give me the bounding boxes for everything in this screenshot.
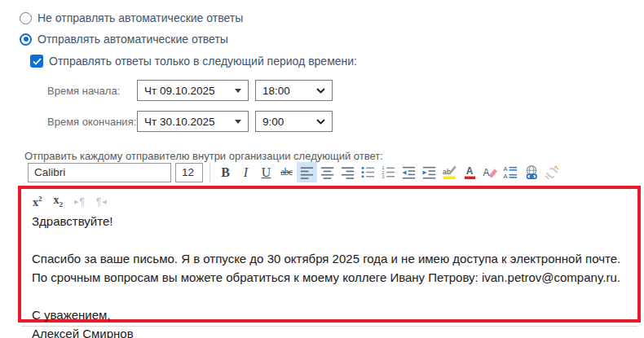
radio-no-auto-reply[interactable]: Не отправлять автоматические ответы <box>20 11 243 24</box>
font-size-input[interactable] <box>175 163 203 182</box>
reply-section-label: Отправить каждому отправителю внутри орг… <box>24 150 383 162</box>
subscript-button[interactable]: x2 <box>54 195 64 209</box>
end-date-value: Чт 30.10.2025 <box>144 116 215 128</box>
start-time-value: 18:00 <box>262 85 290 97</box>
highlight-icon: ab <box>442 165 457 180</box>
underline-button[interactable]: U <box>256 162 276 182</box>
start-date-dropdown[interactable]: Чт 09.10.2025 <box>137 80 249 101</box>
message-greeting: Здравствуйте! <box>32 212 627 230</box>
dropdown-arrow-icon <box>235 89 241 93</box>
align-right-icon <box>340 165 355 180</box>
chevron-down-icon <box>316 88 325 94</box>
textarea-shadow-line <box>21 326 638 327</box>
checkbox-checked-icon[interactable] <box>30 55 43 68</box>
font-color-button[interactable]: A <box>460 162 480 182</box>
decrease-indent-icon <box>401 165 417 180</box>
end-time-value: 9:00 <box>262 116 284 128</box>
formatting-toolbar: B I U abc 123 <box>28 162 562 182</box>
numbered-list-icon: 123 <box>381 165 396 180</box>
svg-text:A: A <box>503 165 508 173</box>
italic-button[interactable]: I <box>236 162 256 182</box>
reply-editor-area[interactable]: x2 x2 ▶¶ ¶◀ Здравствуйте! Спасибо за ваш… <box>18 186 641 323</box>
reply-message-text[interactable]: Здравствуйте! Спасибо за ваше письмо. Я … <box>21 210 637 338</box>
period-checkbox-label[interactable]: Отправлять ответы только в следующий пер… <box>49 55 357 68</box>
start-time-dropdown[interactable]: 18:00 <box>255 80 333 101</box>
remove-link-button[interactable] <box>541 162 562 182</box>
font-color-icon: A <box>462 165 478 180</box>
chevron-down-icon <box>316 119 325 125</box>
radio-auto-reply[interactable]: Отправлять автоматические ответы <box>20 33 228 46</box>
dropdown-arrow-icon <box>235 120 241 124</box>
align-right-button[interactable] <box>337 162 358 182</box>
align-center-button[interactable] <box>317 162 337 182</box>
clear-formatting-icon: A <box>483 165 498 180</box>
checkmark-icon <box>33 58 42 65</box>
svg-text:3: 3 <box>382 174 385 179</box>
left-to-right-button[interactable]: ▶¶ <box>74 196 85 208</box>
end-time-dropdown[interactable]: 9:00 <box>255 111 333 132</box>
toolbar-row-2: x2 x2 ▶¶ ¶◀ <box>21 189 637 210</box>
message-closing: С уважением, <box>32 305 627 324</box>
increase-indent-icon <box>421 165 437 180</box>
end-time-label: Время окончания: <box>47 116 136 128</box>
remove-link-icon <box>544 165 560 181</box>
insert-link-icon <box>523 165 540 181</box>
svg-text:ab: ab <box>443 168 451 176</box>
svg-text:A: A <box>466 165 474 177</box>
align-left-icon <box>299 165 315 180</box>
numbered-list-button[interactable]: 123 <box>378 162 399 182</box>
start-date-value: Чт 09.10.2025 <box>144 85 215 97</box>
align-left-button[interactable] <box>297 162 317 182</box>
radio-auto-reply-label[interactable]: Отправлять автоматические ответы <box>37 33 228 46</box>
end-date-dropdown[interactable]: Чт 30.10.2025 <box>137 111 249 132</box>
svg-text:A: A <box>483 167 489 178</box>
radio-on-icon[interactable] <box>20 33 32 46</box>
start-time-label: Время начала: <box>47 85 120 97</box>
toolbar-separator <box>210 163 210 182</box>
radio-no-auto-reply-label[interactable]: Не отправлять автоматические ответы <box>37 11 243 24</box>
radio-off-icon[interactable] <box>20 12 32 24</box>
message-body: Спасибо за ваше письмо. Я в отпуске до 3… <box>32 249 627 287</box>
align-center-icon <box>320 165 335 180</box>
bulleted-list-button[interactable] <box>358 162 378 182</box>
superscript-button[interactable]: x2 <box>33 195 42 209</box>
bulleted-list-icon <box>360 165 376 180</box>
increase-indent-button[interactable] <box>419 162 439 182</box>
svg-text:A: A <box>503 173 508 180</box>
strikethrough-button[interactable]: abc <box>276 162 297 182</box>
decrease-indent-button[interactable] <box>399 162 419 182</box>
period-checkbox-row[interactable]: Отправлять ответы только в следующий пер… <box>30 55 357 68</box>
styles-button[interactable]: AA <box>501 162 521 182</box>
insert-link-button[interactable] <box>521 162 541 182</box>
font-name-input[interactable] <box>28 163 171 182</box>
right-to-left-button[interactable]: ¶◀ <box>96 196 107 208</box>
styles-icon: AA <box>503 165 518 180</box>
highlight-button[interactable]: ab <box>439 162 460 182</box>
clear-formatting-button[interactable]: A <box>480 162 501 182</box>
bold-button[interactable]: B <box>215 162 236 182</box>
